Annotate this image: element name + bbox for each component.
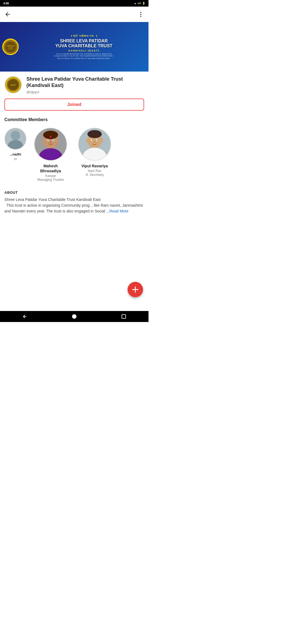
svg-point-22 <box>53 139 54 140</box>
svg-text:SHREE LEVA: SHREE LEVA <box>7 45 15 46</box>
battery-icon: 🔋 <box>142 2 145 5</box>
svg-point-34 <box>100 138 103 143</box>
banner-main-title: SHREE LEVA PATIDARYUVA CHARITABLE TRUST <box>55 39 112 48</box>
status-bar: 4:08 ▲ wifi 🔋 <box>0 0 148 7</box>
joined-button-label: Joined <box>67 102 81 107</box>
back-button[interactable] <box>2 9 13 20</box>
svg-point-2 <box>140 16 141 17</box>
list-item: Vipul Ravariya Nani Rav Jt. Secretary <box>73 125 117 184</box>
more-options-button[interactable] <box>135 9 146 20</box>
svg-point-21 <box>47 139 48 140</box>
committee-section-title: Committee Members <box>0 115 148 125</box>
nav-back-button[interactable] <box>18 312 32 321</box>
nav-recents-button[interactable] <box>117 312 131 321</box>
svg-rect-36 <box>122 315 126 318</box>
trust-banner: SHREE LEVA PATIDAR KANDIVALI ॥ શ્રી ગણેશ… <box>0 22 148 72</box>
about-section: ABOUT Shree Leva Patidar Yuva Charitable… <box>0 188 148 219</box>
member-avatar-vipul <box>78 128 111 161</box>
svg-point-16 <box>43 130 58 139</box>
nav-home-button[interactable] <box>67 312 81 321</box>
fab-add-button[interactable] <box>128 282 143 297</box>
committee-scroll[interactable]: ...nadhi nt <box>0 125 148 188</box>
svg-point-23 <box>50 141 51 143</box>
status-time: 4:08 <box>3 2 9 5</box>
profile-section: SLPYCT Shree Leva Patidar Yuva Charitabl… <box>0 72 148 96</box>
status-icons: ▲ wifi 🔋 <box>134 2 145 5</box>
list-item: ...nadhi nt <box>2 125 29 184</box>
svg-point-0 <box>140 12 141 13</box>
trust-logo: SHREE LEVA PATIDAR KANDIVALI <box>2 39 19 55</box>
svg-point-12 <box>11 131 20 140</box>
member-name-mahesh: MaheshBhrasadiya <box>40 163 61 173</box>
banner-address: Shop 3 & 4, Bldg. No. 161, Samadhan CHS.… <box>57 58 111 59</box>
member-avatar <box>4 128 26 150</box>
profile-handle: @slpyct <box>26 90 144 94</box>
wifi-icon: wifi <box>138 2 141 5</box>
member-role-mahesh: Managing Trustee <box>37 178 64 182</box>
svg-point-33 <box>86 138 89 143</box>
member-role-vipul: Jt. Secretary <box>85 173 104 177</box>
svg-point-30 <box>92 139 93 140</box>
profile-avatar: SLPYCT <box>4 76 22 94</box>
list-item: MaheshBhrasadiya Kanpar Managing Trustee <box>29 125 73 184</box>
app-bar <box>0 7 148 22</box>
member-name: ...nadhi <box>10 152 21 157</box>
about-title: ABOUT <box>4 190 144 195</box>
member-name-vipul: Vipul Ravariya <box>81 163 108 168</box>
svg-point-1 <box>140 14 141 15</box>
svg-text:KANDIVALI: KANDIVALI <box>8 48 13 49</box>
svg-text:PATIDAR: PATIDAR <box>8 47 13 48</box>
profile-info: Shree Leva Patidar Yuva Charitable Trust… <box>26 76 144 94</box>
profile-name: Shree Leva Patidar Yuva Charitable Trust… <box>26 76 144 89</box>
member-location-vipul: Nani Rav <box>88 169 101 173</box>
signal-icon: ▲ <box>134 2 136 5</box>
svg-point-18 <box>50 136 51 138</box>
nav-bar <box>0 311 148 322</box>
svg-point-35 <box>72 314 76 319</box>
banner-reg-info: Reg. No. E-32924(MUM)Dt.09/02/2017 PAN :… <box>56 53 112 55</box>
banner-exemption-info: Exemption U/S 80(G) of I. Tax ACT 1961 :… <box>54 55 114 57</box>
banner-preamble: ॥ શ્રી ગણેશાય નમઃ ॥ <box>70 34 97 37</box>
member-location-mahesh: Kanpar <box>45 174 56 178</box>
svg-point-26 <box>87 130 102 138</box>
read-more-link[interactable]: Read More <box>109 209 128 213</box>
svg-point-32 <box>94 141 95 143</box>
committee-section: Committee Members ...nadhi nt <box>0 115 148 188</box>
joined-button-container: Joined <box>0 96 148 115</box>
svg-text:SLPYCT: SLPYCT <box>10 84 16 86</box>
joined-button[interactable]: Joined <box>4 99 144 111</box>
member-avatar-mahesh <box>34 128 67 161</box>
banner-location: KANDIVALI (EAST) <box>68 49 100 52</box>
about-text: Shree Leva Patidar Yuva Charitable Trust… <box>4 197 144 214</box>
svg-point-31 <box>97 139 98 140</box>
member-location: nt <box>14 157 17 161</box>
